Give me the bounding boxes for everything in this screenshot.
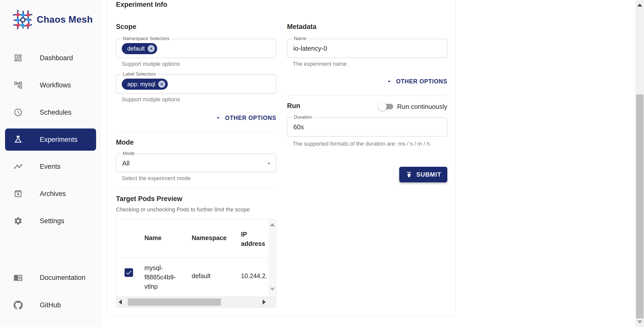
pod-checkbox[interactable] <box>125 268 133 277</box>
column-header-name: Name <box>144 234 162 242</box>
label-chip[interactable]: app: mysql <box>122 79 168 90</box>
caret-down-icon <box>386 78 393 85</box>
name-helper: The experiment name <box>293 61 347 67</box>
pod-namespace-cell: default <box>192 272 211 280</box>
mode-select[interactable]: Mode All <box>116 154 276 172</box>
duration-field-label: Duration <box>292 114 314 120</box>
timeline-icon <box>14 162 23 171</box>
chip-delete-icon[interactable] <box>147 45 155 53</box>
chevron-down-icon <box>265 160 272 167</box>
metadata-other-options-button[interactable]: OTHER OPTIONS <box>386 76 447 87</box>
pod-ip-cell: 10.244.2. <box>241 272 268 280</box>
scroll-down-icon[interactable] <box>637 320 642 323</box>
sidebar-item-schedules[interactable]: Schedules <box>5 101 96 123</box>
page-vertical-scrollbar[interactable] <box>635 0 644 327</box>
sidebar-item-label: Events <box>40 163 61 171</box>
column-header-ip: IP address <box>241 230 266 248</box>
sidebar-item-settings[interactable]: Settings <box>5 210 96 232</box>
duration-input[interactable] <box>287 118 447 136</box>
duration-field[interactable]: Duration <box>287 117 447 137</box>
mode-select-label: Mode <box>121 151 137 156</box>
namespace-selectors-field[interactable]: Namespace Selectors default <box>116 39 276 58</box>
sidebar-item-archives[interactable]: Archives <box>5 183 96 205</box>
label-selectors-label: Label Selectors <box>121 71 158 77</box>
scroll-down-icon[interactable] <box>270 288 275 291</box>
duration-helper: The supported formats of the duration ar… <box>293 139 446 148</box>
sidebar-item-github[interactable]: GitHub <box>5 294 96 316</box>
scroll-up-icon[interactable] <box>637 4 642 7</box>
target-pods-subtitle: Checking or unchecking Pods to further l… <box>116 206 250 213</box>
flask-icon <box>14 135 23 144</box>
other-options-label: OTHER OPTIONS <box>225 115 276 121</box>
caret-down-icon <box>215 114 222 121</box>
sidebar-item-label: Settings <box>40 217 64 225</box>
archive-icon <box>14 189 23 198</box>
name-input[interactable] <box>287 39 447 58</box>
sidebar-item-experiments[interactable]: Experiments <box>5 128 96 151</box>
toggle-label: Run continuously <box>397 103 447 111</box>
clock-icon <box>14 108 23 117</box>
run-heading: Run <box>287 102 300 110</box>
page-title: Experiment Info <box>116 1 167 9</box>
divider <box>116 188 276 188</box>
workflows-icon <box>14 81 23 90</box>
toggle-switch-icon[interactable] <box>378 101 394 112</box>
name-field[interactable]: Name <box>287 39 447 58</box>
pod-name-cell: mysql-f8885c4b9-vtlnp <box>144 263 188 291</box>
sidebar-item-label: Dashboard <box>40 54 73 62</box>
divider <box>116 132 276 132</box>
check-icon <box>125 269 132 276</box>
github-icon <box>14 301 23 310</box>
publish-icon <box>405 171 413 178</box>
scope-other-options-button[interactable]: OTHER OPTIONS <box>215 112 276 123</box>
sidebar-item-workflows[interactable]: Workflows <box>5 74 96 96</box>
column-header-namespace: Namespace <box>192 234 227 242</box>
sidebar-item-label: Experiments <box>40 136 77 144</box>
sidebar-item-events[interactable]: Events <box>5 155 96 178</box>
run-continuously-toggle[interactable]: Run continuously <box>378 101 447 113</box>
sidebar-item-label: Documentation <box>40 274 86 282</box>
sidebar-item-label: Workflows <box>40 81 71 89</box>
table-vertical-scrollbar[interactable] <box>268 219 276 296</box>
namespace-selectors-label: Namespace Selectors <box>121 36 172 41</box>
submit-button[interactable]: SUBMIT <box>399 167 447 182</box>
sidebar: Chaos Mesh Dashboard Workflows Schedules… <box>0 0 101 327</box>
toggle-knob <box>378 102 387 111</box>
label-selectors-field[interactable]: Label Selectors app: mysql <box>116 74 276 93</box>
name-field-label: Name <box>292 36 309 41</box>
scroll-right-icon[interactable] <box>263 300 266 305</box>
divider <box>287 95 447 96</box>
chip-delete-icon[interactable] <box>158 80 166 88</box>
left-column: Experiment Info Scope Namespace Selector… <box>116 0 276 310</box>
target-pods-table: Name Namespace IP address mysql-f8885c4b… <box>116 219 276 308</box>
experiment-info-card: Experiment Info Scope Namespace Selector… <box>107 0 456 316</box>
scroll-up-icon[interactable] <box>270 223 275 226</box>
horizontal-scroll-thumb[interactable] <box>128 299 221 306</box>
sidebar-item-label: Schedules <box>40 109 71 116</box>
namespace-chip[interactable]: default <box>122 43 157 54</box>
mode-heading: Mode <box>116 139 134 146</box>
divider <box>116 257 268 258</box>
sidebar-item-label: GitHub <box>40 301 61 309</box>
metadata-heading: Metadata <box>287 23 316 31</box>
scope-heading: Scope <box>116 23 136 31</box>
mode-helper: Select the experiment mode <box>122 175 191 182</box>
dashboard-icon <box>14 53 23 62</box>
namespace-chip-label: default <box>127 45 145 52</box>
app-root: Chaos Mesh Dashboard Workflows Schedules… <box>0 0 644 327</box>
table-horizontal-scrollbar[interactable] <box>116 296 268 308</box>
mode-select-value: All <box>122 159 130 167</box>
namespace-helper: Support mutiple options <box>122 61 180 67</box>
scroll-left-icon[interactable] <box>119 300 122 305</box>
label-helper: Support mutiple options <box>122 96 180 103</box>
label-chip-label: app: mysql <box>127 81 155 88</box>
sidebar-item-documentation[interactable]: Documentation <box>5 267 96 289</box>
brand-logo[interactable]: Chaos Mesh <box>12 9 93 30</box>
submit-label: SUBMIT <box>416 171 441 178</box>
scrollbar-corner <box>268 296 276 308</box>
sidebar-item-dashboard[interactable]: Dashboard <box>5 47 96 69</box>
target-pods-heading: Target Pods Preview <box>116 195 182 203</box>
book-icon <box>14 273 23 282</box>
vertical-scroll-thumb[interactable] <box>636 94 643 318</box>
sidebar-item-label: Archives <box>40 190 66 198</box>
